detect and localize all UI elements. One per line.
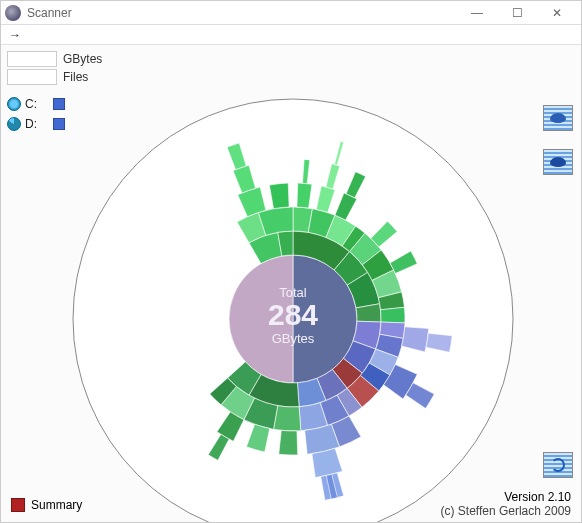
window-buttons: — ☐ ✕ bbox=[457, 2, 577, 24]
close-button[interactable]: ✕ bbox=[537, 2, 577, 24]
hdd-icon bbox=[7, 97, 21, 111]
drive-color-swatch bbox=[53, 118, 65, 130]
svg-text:GBytes: GBytes bbox=[272, 331, 315, 346]
summary-color-icon bbox=[11, 498, 25, 512]
disc-icon bbox=[7, 117, 21, 131]
summary-toggle[interactable]: Summary bbox=[11, 498, 82, 512]
content-area: GBytes Files C: D: Total bbox=[1, 45, 581, 523]
refresh-wrap bbox=[543, 452, 573, 478]
summary-label: Summary bbox=[31, 498, 82, 512]
files-row: Files bbox=[7, 69, 102, 85]
copyright-text: (c) Steffen Gerlach 2009 bbox=[440, 504, 571, 518]
minimize-button[interactable]: — bbox=[457, 2, 497, 24]
files-label: Files bbox=[63, 70, 88, 84]
window-title: Scanner bbox=[27, 6, 457, 20]
app-icon bbox=[5, 5, 21, 21]
disk-shape-icon bbox=[550, 157, 566, 167]
gbytes-label: GBytes bbox=[63, 52, 102, 66]
drive-label: D: bbox=[25, 117, 47, 131]
refresh-icon bbox=[551, 458, 565, 472]
version-text: Version 2.10 bbox=[440, 490, 571, 504]
drive-color-swatch bbox=[53, 98, 65, 110]
drive-label: C: bbox=[25, 97, 47, 111]
gbytes-value-box bbox=[7, 51, 57, 67]
maximize-button[interactable]: ☐ bbox=[497, 2, 537, 24]
version-info: Version 2.10 (c) Steffen Gerlach 2009 bbox=[440, 490, 571, 518]
svg-text:284: 284 bbox=[268, 298, 318, 331]
gbytes-row: GBytes bbox=[7, 51, 102, 67]
forward-arrow-icon[interactable]: → bbox=[9, 28, 21, 42]
disk-shape-icon bbox=[550, 113, 566, 123]
right-toolbar bbox=[543, 105, 573, 175]
refresh-button[interactable] bbox=[543, 452, 573, 478]
rescan-button[interactable] bbox=[543, 149, 573, 175]
sunburst-chart[interactable]: Total284GBytes bbox=[69, 85, 539, 523]
files-value-box bbox=[7, 69, 57, 85]
scan-button[interactable] bbox=[543, 105, 573, 131]
titlebar: Scanner — ☐ ✕ bbox=[1, 1, 581, 25]
toolbar: → bbox=[1, 25, 581, 45]
